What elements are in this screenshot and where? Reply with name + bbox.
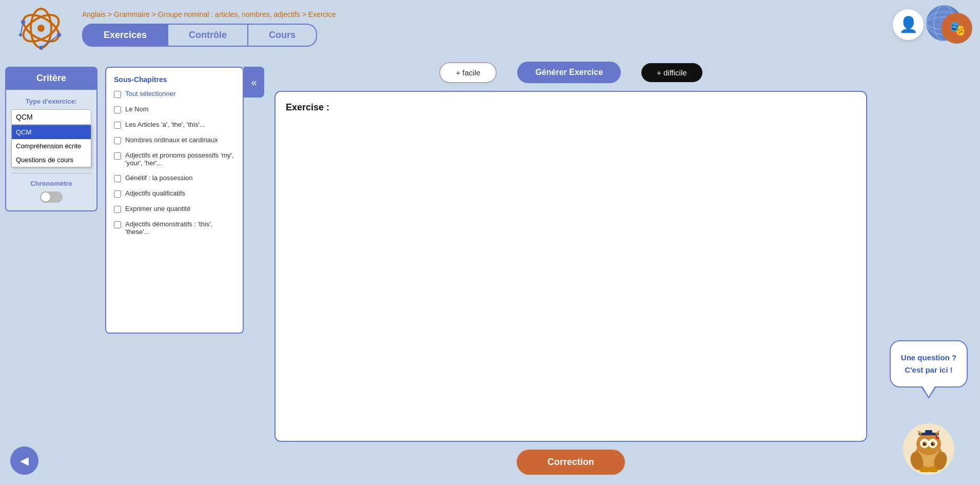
svg-point-28	[933, 443, 934, 444]
checkbox-quantite-label: Exprimer une quantité	[125, 205, 190, 212]
checkbox-tout-selectionner[interactable]: Tout sélectionner	[114, 90, 235, 98]
chrono-toggle[interactable]	[40, 191, 63, 203]
checkbox-adjectifs-qualificatifs-input[interactable]	[114, 190, 121, 198]
checkbox-adjectifs-demonstratifs[interactable]: Adjectifs démonstratifs : 'this', 'these…	[114, 220, 235, 236]
tab-controle[interactable]: Contrôle	[168, 24, 248, 47]
right-panel: Une question ? C'est par ici !	[877, 56, 980, 485]
logo	[10, 3, 72, 54]
correction-row: Correction	[275, 450, 867, 480]
btn-difficile[interactable]: + difficile	[641, 63, 702, 82]
back-button[interactable]: ◀	[10, 447, 38, 475]
header-center: Anglais > Grammaire > Groupe nominal : a…	[82, 10, 336, 47]
checkbox-nombres[interactable]: Nombres ordinaux et cardinaux	[114, 136, 235, 144]
svg-point-25	[923, 442, 926, 445]
collapse-button[interactable]: «	[244, 67, 264, 98]
svg-point-20	[936, 436, 939, 439]
checkbox-adjectifs-demonstratifs-label: Adjectifs démonstratifs : 'this', 'these…	[125, 220, 235, 236]
checkbox-genetif[interactable]: Génétif : la possession	[114, 174, 235, 182]
svg-point-3	[37, 25, 45, 32]
exercise-box: Exercise :	[275, 91, 867, 442]
svg-point-26	[931, 442, 934, 445]
btn-facile[interactable]: + facile	[439, 62, 497, 83]
chrono-label: Chronomètre	[11, 180, 91, 187]
svg-point-27	[925, 443, 926, 444]
checkbox-genetif-label: Génétif : la possession	[125, 174, 193, 182]
select-wrapper: QCM Compréhension écrite Questions de co…	[11, 109, 91, 125]
theater-icon: 🎭	[942, 13, 972, 44]
checkbox-adjectifs-demonstratifs-input[interactable]	[114, 221, 121, 228]
user-icons: 👤 🎭	[893, 5, 972, 44]
btn-generer[interactable]: Générer Exercice	[517, 62, 621, 83]
dropdown-item-comprehension[interactable]: Compréhension écrite	[12, 139, 91, 153]
sidebar-inner: Type d'exercice: QCM Compréhension écrit…	[5, 90, 97, 211]
checkbox-quantite[interactable]: Exprimer une quantité	[114, 205, 235, 213]
owl-image	[903, 423, 954, 475]
tab-exercices[interactable]: Exercices	[82, 24, 168, 47]
type-exercice-select[interactable]: QCM Compréhension écrite Questions de co…	[11, 109, 91, 125]
speech-line2: C'est par ici !	[901, 364, 956, 376]
dropdown-item-questions[interactable]: Questions de cours	[12, 153, 91, 167]
checkbox-adjectifs-possessifs-input[interactable]	[114, 152, 121, 160]
divider-2	[11, 173, 91, 173]
header: Anglais > Grammaire > Groupe nominal : a…	[0, 0, 980, 56]
breadcrumb: Anglais > Grammaire > Groupe nominal : a…	[82, 10, 336, 18]
checkbox-les-articles-input[interactable]	[114, 122, 121, 129]
tout-selectionner-label: Tout sélectionner	[125, 90, 175, 98]
checkbox-genetif-input[interactable]	[114, 175, 121, 182]
speech-line1: Une question ?	[901, 352, 956, 364]
checkbox-nombres-input[interactable]	[114, 137, 121, 144]
checkbox-le-nom[interactable]: Le Nom	[114, 105, 235, 113]
type-dropdown: QCM Compréhension écrite Questions de co…	[11, 125, 91, 167]
checkbox-les-articles[interactable]: Les Articles 'a', 'the', 'this'...	[114, 121, 235, 129]
btn-correction[interactable]: Correction	[517, 450, 625, 475]
speech-bubble[interactable]: Une question ? C'est par ici !	[890, 340, 968, 387]
checkbox-le-nom-label: Le Nom	[125, 105, 149, 113]
checkbox-les-articles-label: Les Articles 'a', 'the', 'this'...	[125, 121, 205, 128]
svg-rect-18	[925, 430, 932, 433]
exercise-title: Exercise :	[286, 102, 856, 113]
checkbox-adjectifs-possessifs[interactable]: Adjectifs et pronoms possessifs 'my', 'y…	[114, 151, 235, 167]
difficulty-row: + facile Générer Exercice + difficile	[275, 62, 867, 83]
toggle-thumb	[41, 192, 50, 202]
checkbox-adjectifs-qualificatifs-label: Adjectifs qualificatifs	[125, 189, 185, 197]
sous-chapitres-title: Sous-Chapitres	[114, 75, 235, 84]
critere-title: Critère	[5, 67, 97, 90]
exercise-area: + facile Générer Exercice + difficile Ex…	[264, 56, 877, 485]
type-exercice-label: Type d'exercice:	[11, 98, 91, 105]
checkbox-adjectifs-qualificatifs[interactable]: Adjectifs qualificatifs	[114, 189, 235, 198]
checkbox-nombres-label: Nombres ordinaux et cardinaux	[125, 136, 218, 144]
user-avatar-group: 🎭	[926, 5, 972, 44]
dropdown-item-qcm[interactable]: QCM	[12, 125, 91, 139]
checkbox-quantite-input[interactable]	[114, 206, 121, 213]
main-content: Critère Type d'exercice: QCM Compréhensi…	[0, 56, 980, 485]
sous-chapitres-panel: Sous-Chapitres Tout sélectionner Le Nom …	[105, 67, 244, 334]
checkbox-tout-input[interactable]	[114, 91, 121, 98]
toggle-container[interactable]	[11, 191, 91, 203]
checkbox-adjectifs-possessifs-label: Adjectifs et pronoms possessifs 'my', 'y…	[125, 151, 235, 167]
person-icon: 👤	[893, 9, 924, 40]
tabs-container: Exercices Contrôle Cours	[82, 24, 336, 47]
sidebar: Critère Type d'exercice: QCM Compréhensi…	[0, 56, 103, 485]
tab-cours[interactable]: Cours	[248, 24, 317, 47]
checkbox-le-nom-input[interactable]	[114, 106, 121, 113]
